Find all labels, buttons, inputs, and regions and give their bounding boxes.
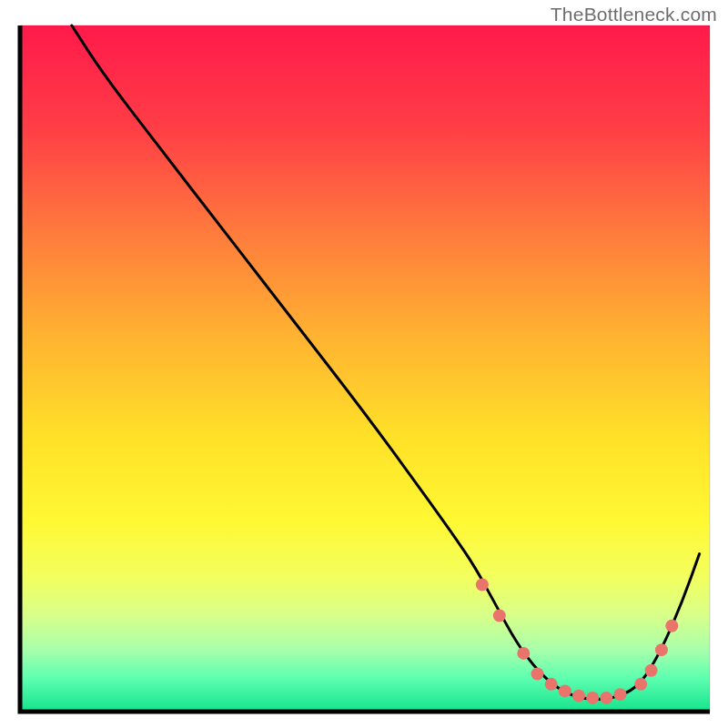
bottleneck-chart: TheBottleneck.com [0, 0, 728, 728]
highlight-dot [545, 678, 558, 691]
highlight-dot [634, 678, 647, 691]
highlight-dot [531, 668, 544, 681]
highlight-dot [613, 688, 626, 701]
watermark-label: TheBottleneck.com [551, 4, 717, 25]
highlight-dot [600, 692, 612, 704]
plot-background [20, 25, 710, 712]
chart-canvas [0, 0, 728, 728]
highlight-dot [655, 643, 668, 656]
highlight-dot [493, 609, 506, 622]
highlight-dot [559, 684, 571, 697]
highlight-dot [586, 692, 599, 704]
highlight-dot [476, 579, 489, 592]
highlight-dot [645, 664, 658, 677]
highlight-dot [517, 647, 530, 660]
highlight-dot [572, 690, 585, 703]
highlight-dot [665, 620, 678, 632]
